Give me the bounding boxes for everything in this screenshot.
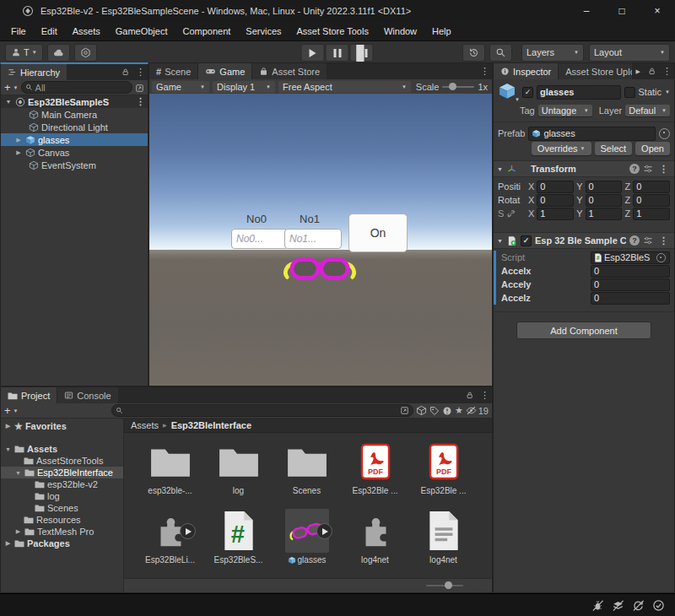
account-button[interactable]: T ▼ [5,44,43,62]
search-by-label-button[interactable] [429,405,440,416]
rotation-x-field[interactable]: 0 [537,194,574,207]
presets-icon[interactable] [643,235,653,246]
tab-inspector[interactable]: Inspector [494,63,559,79]
foldout-open-icon[interactable]: ▼ [497,166,503,172]
tree-assetstoretools[interactable]: AssetStoreTools [1,455,123,467]
no1-input[interactable] [284,229,342,249]
rotation-y-field[interactable]: 0 [586,194,623,207]
layer-dropdown[interactable]: Defaul ▼ [625,105,670,116]
display-target-dropdown[interactable]: Game▼ [152,81,209,93]
play-button[interactable] [301,44,325,62]
search-button[interactable] [489,44,512,62]
object-picker-icon[interactable] [656,252,666,262]
scale-y-field[interactable]: 1 [586,208,623,220]
tab-console[interactable]: Console [57,387,118,403]
position-y-field[interactable]: 0 [586,181,623,193]
object-picker-icon[interactable] [659,128,670,139]
tree-resources[interactable]: Resources [1,514,123,526]
constrain-proportions-icon[interactable] [506,209,516,219]
undo-history-button[interactable] [462,44,485,62]
accelx-field[interactable]: 0 [591,265,670,278]
foldout-closed-icon[interactable]: ▶ [14,137,23,143]
prefab-object-field[interactable]: glasses [528,127,656,141]
foldout-open-icon[interactable]: ▼ [4,99,13,105]
layers-dropdown[interactable]: Layers ▼ [521,44,584,62]
scale-slider[interactable] [442,86,474,88]
tab-asset-store-uploader[interactable]: Asset Store Uplo [559,63,632,79]
tag-dropdown[interactable]: Untagge ▼ [538,105,592,116]
hierarchy-scene-row[interactable]: ▼ Esp32BleSampleS ⋮ [1,95,148,108]
asset-plugin-esp32blelib[interactable]: Esp32BleLi... [136,509,204,565]
tree-assets[interactable]: ▼ Assets [1,443,123,455]
menu-window[interactable]: Window [376,22,424,41]
overrides-button[interactable]: Overrides ▼ [532,142,591,155]
position-x-field[interactable]: 0 [537,181,574,193]
project-search-input[interactable] [111,404,413,417]
minimize-button[interactable]: – [569,0,604,22]
asset-doc-log4net[interactable]: log4net [409,509,478,565]
slider-thumb[interactable] [445,581,452,589]
tree-packages[interactable]: ▶ Packages [1,538,123,549]
layout-dropdown[interactable]: Layout ▼ [589,44,670,62]
accelz-field[interactable]: 0 [591,292,670,305]
hierarchy-item-main-camera[interactable]: Main Camera [1,108,148,121]
asset-prefab-glasses[interactable]: glasses [273,509,341,565]
asset-script-esp32blesample[interactable]: Esp32BleS... [204,509,273,565]
kebab-menu[interactable]: ⋮ [656,235,671,246]
tree-textmesh-pro[interactable]: ▶ TextMesh Pro [1,526,123,538]
no0-input[interactable] [231,229,289,249]
asset-pdf-2[interactable]: Esp32Ble ... [409,440,478,495]
menu-services[interactable]: Services [238,22,289,41]
asset-folder-log[interactable]: log [204,440,273,495]
step-button[interactable] [350,44,374,62]
kebab-menu[interactable]: ⋮ [478,387,492,403]
asset-pdf-1[interactable]: Esp32Ble ... [341,440,409,495]
save-search-button[interactable]: ★ [455,405,463,416]
accely-field[interactable]: 0 [591,278,670,291]
create-add-button[interactable]: + [4,81,11,94]
on-button[interactable]: On [348,213,408,252]
script-component-header[interactable]: ▼ ✓ Esp 32 Ble Sample C ? ⋮ [494,232,674,249]
name-field[interactable]: glasses [537,85,621,100]
hierarchy-search-input[interactable]: All [21,81,132,94]
breadcrumb-current[interactable]: Esp32BleInterface [171,420,251,430]
scale-z-field[interactable]: 1 [633,208,670,220]
slider-thumb[interactable] [449,83,456,90]
menu-help[interactable]: Help [424,22,459,41]
progress-check-icon[interactable] [652,599,665,612]
gameobject-icon[interactable]: ▼ [498,82,519,102]
hidden-packages-toggle[interactable]: 19 [466,405,489,416]
transform-header[interactable]: ▼ Transform ? ⋮ [494,160,674,177]
tab-game[interactable]: Game [198,63,252,79]
asset-folder-scenes[interactable]: Scenes [273,440,341,495]
tree-esp32bleinterface[interactable]: ▼ Esp32BleInterface [1,467,123,478]
component-enabled-checkbox[interactable]: ✓ [521,235,532,246]
asset-plugin-log4net[interactable]: log4net [341,509,409,565]
pause-button[interactable] [326,44,349,62]
menu-edit[interactable]: Edit [34,22,65,41]
asset-folder-esp32ble-v2[interactable]: esp32ble-... [136,440,204,495]
help-icon[interactable]: ? [629,164,640,174]
foldout-open-icon[interactable]: ▼ [497,238,503,244]
tree-esp32ble-v2[interactable]: esp32ble-v2 [1,478,123,490]
foldout-open-icon[interactable]: ▼ [14,470,22,476]
position-z-field[interactable]: 0 [633,181,670,193]
menu-component[interactable]: Component [175,22,238,41]
search-by-type-button[interactable] [416,405,427,417]
hierarchy-item-glasses[interactable]: ▶ glasses [1,133,148,146]
chevron-down-icon[interactable]: ▼ [665,89,670,95]
maximize-button[interactable]: □ [604,0,640,22]
play-badge-icon[interactable] [316,523,332,539]
aspect-dropdown[interactable]: Free Aspect▼ [278,81,411,93]
foldout-closed-icon[interactable]: ▶ [4,540,12,547]
kebab-menu[interactable]: ⋮ [660,63,674,79]
search-by-log-button[interactable] [442,405,452,416]
services-button[interactable] [74,44,97,62]
play-badge-icon[interactable] [180,523,196,539]
open-button[interactable]: Open [635,142,670,155]
foldout-open-icon[interactable]: ▼ [4,446,12,452]
foldout-closed-icon[interactable]: ▶ [14,528,22,535]
static-checkbox[interactable] [624,87,635,98]
rotation-z-field[interactable]: 0 [633,194,670,207]
cache-disabled-icon[interactable] [612,599,624,612]
